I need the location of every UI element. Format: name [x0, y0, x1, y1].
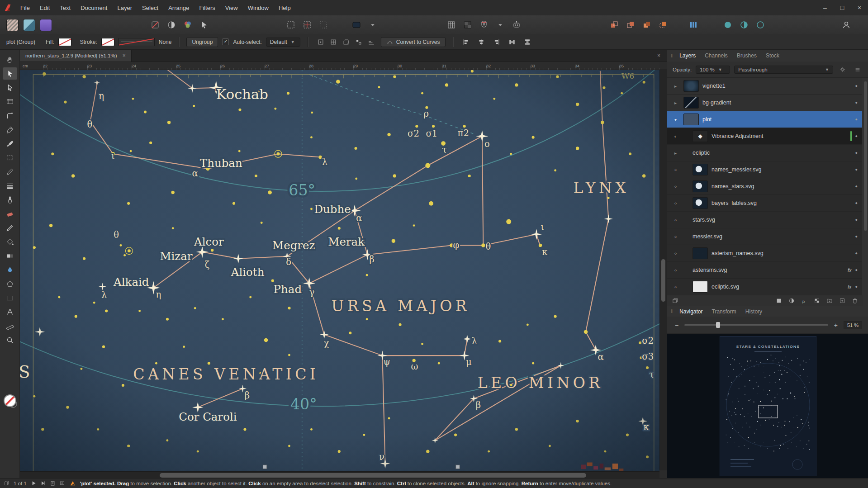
tfm-1-icon[interactable] [315, 37, 326, 47]
panel-menu-icon[interactable] [852, 65, 863, 75]
tab-channels[interactable]: Channels [701, 52, 732, 59]
visibility-dot[interactable]: ● [855, 268, 858, 272]
menu-select[interactable]: Select [137, 0, 163, 15]
snap-frame-icon[interactable] [285, 19, 297, 31]
layer-thumbnail[interactable] [683, 114, 699, 125]
embedded-doc-icon[interactable]: ‹› [671, 251, 680, 256]
align-left-icon[interactable] [460, 37, 471, 47]
stroke-style-value[interactable]: None [159, 39, 172, 45]
convert-to-curves-button[interactable]: Convert to Curves [381, 37, 446, 47]
blend-mode-dropdown[interactable]: Passthrough▼ [734, 66, 833, 74]
align-right-icon[interactable] [491, 37, 502, 47]
caret-icon[interactable] [367, 19, 379, 31]
visibility-dot[interactable]: ● [855, 117, 858, 122]
chevron-right-icon[interactable]: ▸ [671, 151, 680, 156]
tab-layers[interactable]: Layers [675, 52, 700, 59]
stroke-none-icon[interactable] [149, 19, 161, 31]
mode-split-icon[interactable] [738, 19, 750, 31]
embedded-doc-icon[interactable]: ‹› [671, 268, 680, 273]
layer-name[interactable]: bg-gradient [702, 99, 731, 106]
rectangle-tool[interactable] [3, 292, 17, 304]
visibility-dot[interactable]: ● [855, 201, 858, 205]
pen-tool[interactable] [3, 123, 17, 136]
style-pointer-icon[interactable] [198, 19, 210, 31]
folder-add-icon[interactable] [826, 297, 833, 304]
tab-stock[interactable]: Stock [762, 52, 783, 59]
stroke-width-tool[interactable] [3, 180, 17, 192]
tab-brushes[interactable]: Brushes [733, 52, 761, 59]
pixel-persona-icon[interactable] [23, 19, 35, 31]
color-wheel-icon[interactable] [182, 19, 194, 31]
assistant-robot-icon[interactable] [511, 19, 522, 31]
panel-grip-icon[interactable]: ‖ [671, 53, 673, 58]
order-up-icon[interactable] [641, 19, 653, 31]
erase-tool[interactable] [3, 208, 17, 220]
frame-tool[interactable] [3, 95, 17, 108]
canvas-artwork[interactable]: ηθιαλρσ2σ1π2οταβδζηγθλφθικχψωμλββακτσ2σ3… [20, 70, 659, 471]
visibility-dot[interactable]: ● [855, 84, 858, 88]
move-tool[interactable] [3, 67, 17, 80]
preview-doc-icon[interactable] [59, 480, 65, 486]
zoom-out-button[interactable]: − [674, 322, 680, 329]
embedded-doc-icon[interactable]: ‹› [671, 184, 680, 189]
tab-close-icon[interactable]: × [123, 52, 126, 59]
gradient-tool[interactable] [3, 250, 17, 262]
fx-badge-icon[interactable]: fx [801, 297, 808, 304]
mode-vector-icon[interactable] [722, 19, 734, 31]
layer-row-stars.svg[interactable]: ‹›stars.svg● [667, 212, 862, 228]
color-picker-tool[interactable] [3, 222, 17, 234]
embedded-doc-icon[interactable]: ‹› [671, 234, 680, 239]
designer-persona-icon[interactable] [6, 19, 19, 31]
layer-row-names_stars.svg[interactable]: ‹›names_stars.svg● [667, 178, 862, 195]
embedded-doc-icon[interactable]: ‹› [671, 284, 680, 289]
horizontal-scroll-thumb[interactable] [160, 473, 586, 478]
visibility-dot[interactable]: ● [855, 284, 858, 289]
layer-settings-gear-icon[interactable] [837, 65, 848, 75]
solid-icon[interactable] [775, 297, 783, 304]
tfm-4-icon[interactable] [353, 37, 364, 47]
layer-row-asterism_names.svg[interactable]: ‹›asterism_names.svg● [667, 245, 862, 262]
embedded-doc-icon[interactable]: ‹› [671, 201, 680, 206]
fill-stroke-color-well[interactable] [4, 394, 16, 407]
layer-row-vignette1[interactable]: ▸vignette1● [667, 78, 862, 95]
tab-transform[interactable]: Transform [708, 308, 740, 315]
menu-file[interactable]: File [15, 0, 35, 15]
order-front-icon[interactable] [657, 19, 669, 31]
checker-icon[interactable] [813, 297, 821, 304]
visibility-dot[interactable]: ● [855, 234, 858, 239]
fx-badge[interactable]: fx [848, 284, 852, 289]
menu-text[interactable]: Text [55, 0, 76, 15]
menu-layer[interactable]: Layer [112, 0, 137, 15]
layer-row-plot[interactable]: ▾plot● [667, 111, 862, 128]
visibility-dot[interactable]: ● [855, 100, 858, 105]
menu-help[interactable]: Help [274, 0, 296, 15]
mode-pixel-icon[interactable] [754, 19, 766, 31]
tabbar-close-icon[interactable]: × [651, 52, 667, 59]
grid-options-icon[interactable] [446, 19, 457, 31]
hand-tool[interactable] [3, 53, 17, 66]
auto-select-checkbox[interactable]: ✓ [222, 38, 229, 45]
magnet-icon[interactable] [478, 19, 490, 31]
layer-name[interactable]: vignette1 [702, 83, 726, 89]
horizontal-ruler[interactable]: cm 2223242526272829303132333435 [20, 62, 659, 70]
new-layer-icon[interactable] [839, 297, 846, 304]
layer-name[interactable]: names_messier.svg [711, 166, 761, 173]
layer-name[interactable]: messier.svg [693, 233, 722, 240]
layer-row-bayers_lables.svg[interactable]: ‹›bayers_lables.svg● [667, 195, 862, 212]
snap-red-icon[interactable] [301, 19, 313, 31]
export-persona-icon[interactable] [40, 19, 52, 31]
auto-select-dropdown[interactable]: Default▼ [266, 38, 300, 47]
fill-tool[interactable] [3, 236, 17, 248]
color-swatch-icon[interactable] [351, 19, 362, 31]
dup-icon[interactable] [672, 297, 679, 304]
layer-row-ecliptic[interactable]: ▸ecliptic● [667, 145, 862, 161]
tfm-5-icon[interactable] [366, 37, 377, 47]
tfm-2-icon[interactable] [328, 37, 339, 47]
caret-icon[interactable] [494, 19, 506, 31]
layer-thumbnail[interactable]: ◆ [693, 130, 708, 142]
layer-row-asterisms.svg[interactable]: ‹›asterisms.svgfx● [667, 262, 862, 279]
layer-name[interactable]: bayers_lables.svg [711, 200, 757, 206]
visibility-dot[interactable]: ● [855, 167, 858, 172]
visibility-dot[interactable]: ● [855, 151, 858, 155]
layer-name[interactable]: ecliptic.svg [711, 284, 739, 290]
